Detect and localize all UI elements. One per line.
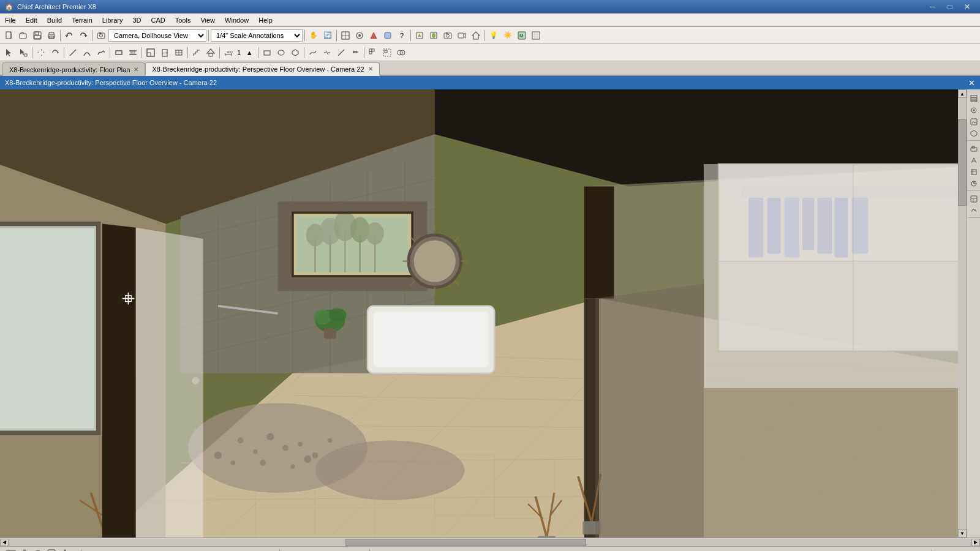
view-btn4[interactable] bbox=[381, 29, 394, 42]
camera-snapshot-btn[interactable] bbox=[441, 29, 454, 42]
menu-help[interactable]: Help bbox=[254, 13, 277, 26]
rp-btn-6[interactable] bbox=[968, 155, 979, 166]
sun-btn[interactable]: ☀️ bbox=[501, 29, 514, 42]
window-btn[interactable] bbox=[172, 46, 186, 59]
redo-button[interactable] bbox=[77, 29, 90, 42]
horizontal-scrollbar: ◀ ▶ bbox=[0, 538, 980, 546]
view-btn2[interactable] bbox=[353, 29, 366, 42]
menu-library[interactable]: Library bbox=[97, 13, 128, 26]
video-btn[interactable] bbox=[455, 29, 469, 42]
menu-tools[interactable]: Tools bbox=[170, 13, 196, 26]
menu-terrain[interactable]: Terrain bbox=[67, 13, 97, 26]
minimize-button[interactable]: ─ bbox=[925, 1, 941, 12]
camera-mode-dropdown[interactable]: Camera, Dollhouse View Camera, Full Over… bbox=[108, 29, 206, 42]
toolbar-separator-7 bbox=[484, 30, 485, 41]
vscroll-up[interactable]: ▲ bbox=[958, 89, 967, 98]
move-btn[interactable] bbox=[34, 46, 48, 59]
rp-btn-4[interactable] bbox=[968, 128, 979, 139]
trim-btn[interactable] bbox=[334, 46, 348, 59]
view-btn1[interactable] bbox=[339, 29, 352, 42]
rp-btn-5[interactable] bbox=[968, 143, 979, 154]
status-icon-4[interactable] bbox=[45, 547, 58, 552]
select-btn[interactable] bbox=[2, 46, 16, 59]
stair-btn[interactable] bbox=[190, 46, 203, 59]
scale-dropdown[interactable]: 1/4" Scale Annotations 1/8" Scale Annota… bbox=[211, 29, 303, 42]
texture-btn[interactable] bbox=[529, 29, 543, 42]
rp-btn-3[interactable] bbox=[968, 116, 979, 127]
maximize-button[interactable]: □ bbox=[942, 1, 958, 12]
canvas-area[interactable]: ▲ ▼ bbox=[0, 89, 967, 538]
rp-btn-8[interactable] bbox=[968, 178, 979, 189]
status-icon-1[interactable] bbox=[5, 547, 17, 552]
tab-floor-plan-close[interactable]: ✕ bbox=[134, 66, 138, 73]
rp-btn-1[interactable] bbox=[968, 93, 979, 104]
room-btn[interactable] bbox=[144, 46, 157, 59]
status-icon-2[interactable] bbox=[18, 547, 31, 552]
vscroll-down[interactable]: ▼ bbox=[958, 529, 967, 538]
orbit-button[interactable]: 🔄 bbox=[321, 29, 334, 42]
array-btn[interactable] bbox=[366, 46, 380, 59]
menu-file[interactable]: File bbox=[0, 13, 21, 26]
line-btn[interactable] bbox=[66, 46, 80, 59]
open-button[interactable] bbox=[17, 29, 30, 42]
rp-btn-7[interactable] bbox=[968, 167, 979, 178]
menu-cad[interactable]: CAD bbox=[146, 13, 170, 26]
render-btn2[interactable] bbox=[427, 29, 440, 42]
select-similar-btn[interactable] bbox=[17, 46, 30, 59]
view-btn5[interactable]: ? bbox=[395, 29, 409, 42]
light-btn[interactable]: 💡 bbox=[487, 29, 500, 42]
print-button[interactable] bbox=[45, 29, 58, 42]
rect-shape-btn[interactable] bbox=[260, 46, 274, 59]
new-button[interactable] bbox=[2, 29, 16, 42]
title-bar-left: 🏠 Chief Architect Premier X8 bbox=[5, 3, 96, 11]
rp-btn-2[interactable] bbox=[968, 105, 979, 116]
rp-btn-9[interactable] bbox=[968, 193, 979, 204]
ellipse-shape-btn[interactable] bbox=[274, 46, 288, 59]
pan-button[interactable]: ✋ bbox=[307, 29, 320, 42]
status-sep-3 bbox=[369, 549, 370, 552]
hscroll-thumb[interactable] bbox=[345, 539, 586, 546]
polygon-shape-btn[interactable] bbox=[288, 46, 302, 59]
material-btn[interactable]: M bbox=[515, 29, 529, 42]
svg-point-100 bbox=[290, 464, 295, 468]
t2-sep2 bbox=[64, 47, 64, 58]
menu-build[interactable]: Build bbox=[42, 13, 67, 26]
close-button[interactable]: ✕ bbox=[959, 1, 975, 12]
save-button[interactable] bbox=[31, 29, 44, 42]
hscroll-track[interactable] bbox=[9, 539, 971, 546]
up-btn[interactable]: ▲ bbox=[243, 46, 256, 59]
freehand-btn[interactable] bbox=[94, 46, 108, 59]
vscroll-thumb[interactable] bbox=[958, 119, 967, 206]
dim-btn[interactable]: dim bbox=[222, 46, 235, 59]
rp-btn-10[interactable] bbox=[968, 205, 979, 216]
menu-edit[interactable]: Edit bbox=[21, 13, 42, 26]
union-btn[interactable] bbox=[394, 46, 408, 59]
break-btn[interactable] bbox=[320, 46, 334, 59]
hscroll-right[interactable]: ▶ bbox=[971, 539, 980, 546]
group-btn[interactable] bbox=[380, 46, 394, 59]
render-btn1[interactable] bbox=[413, 29, 426, 42]
menu-3d[interactable]: 3D bbox=[127, 13, 146, 26]
hscroll-left[interactable]: ◀ bbox=[0, 539, 9, 546]
railing-btn[interactable] bbox=[126, 46, 140, 59]
wall-btn[interactable] bbox=[112, 46, 126, 59]
status-icon-3[interactable] bbox=[32, 547, 44, 552]
view-btn3[interactable] bbox=[367, 29, 380, 42]
view-close-button[interactable]: ✕ bbox=[968, 78, 975, 88]
door-btn[interactable] bbox=[158, 46, 172, 59]
undo-button[interactable] bbox=[62, 29, 76, 42]
menu-window[interactable]: Window bbox=[220, 13, 254, 26]
roof-btn[interactable] bbox=[204, 46, 217, 59]
menu-view[interactable]: View bbox=[195, 13, 220, 26]
tab-perspective-close[interactable]: ✕ bbox=[368, 66, 373, 72]
rotate-btn[interactable] bbox=[48, 46, 62, 59]
camera-toolbar-btn[interactable] bbox=[94, 29, 108, 42]
spline-btn[interactable] bbox=[306, 46, 320, 59]
house-btn[interactable] bbox=[469, 29, 483, 42]
status-icon-5[interactable] bbox=[59, 547, 71, 552]
arc-btn[interactable] bbox=[80, 46, 94, 59]
tab-floor-plan[interactable]: X8-Breckenridge-productivity: Floor Plan… bbox=[2, 62, 145, 76]
vscroll-track[interactable] bbox=[958, 98, 967, 529]
extend-btn[interactable]: ✏ bbox=[349, 46, 362, 59]
tab-perspective[interactable]: X8-Breckenridge-productivity: Perspectiv… bbox=[145, 62, 379, 76]
